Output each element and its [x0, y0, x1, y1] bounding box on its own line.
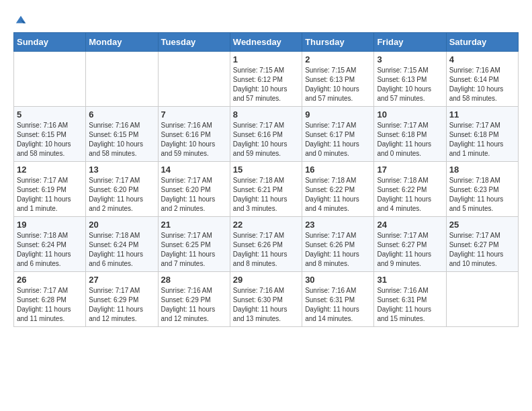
day-number: 22	[233, 220, 299, 230]
week-row-2: 5Sunrise: 7:16 AM Sunset: 6:15 PM Daylig…	[14, 107, 519, 162]
day-cell: 2Sunrise: 7:15 AM Sunset: 6:13 PM Daylig…	[302, 52, 374, 107]
day-info: Sunrise: 7:16 AM Sunset: 6:31 PM Dayligh…	[305, 286, 371, 324]
day-info: Sunrise: 7:18 AM Sunset: 6:24 PM Dayligh…	[17, 231, 83, 269]
day-number: 26	[17, 275, 83, 285]
day-number: 5	[17, 109, 83, 120]
day-number: 18	[449, 165, 515, 175]
day-cell: 23Sunrise: 7:17 AM Sunset: 6:26 PM Dayli…	[302, 217, 374, 272]
day-info: Sunrise: 7:16 AM Sunset: 6:15 PM Dayligh…	[89, 121, 154, 158]
day-info: Sunrise: 7:15 AM Sunset: 6:13 PM Dayligh…	[377, 66, 443, 103]
day-number: 4	[449, 54, 515, 64]
day-number: 9	[305, 109, 371, 120]
day-info: Sunrise: 7:16 AM Sunset: 6:31 PM Dayligh…	[377, 286, 443, 324]
day-cell: 21Sunrise: 7:17 AM Sunset: 6:25 PM Dayli…	[158, 217, 230, 272]
week-row-4: 19Sunrise: 7:18 AM Sunset: 6:24 PM Dayli…	[14, 217, 519, 272]
day-cell	[446, 272, 518, 327]
day-info: Sunrise: 7:18 AM Sunset: 6:23 PM Dayligh…	[449, 176, 515, 214]
day-number: 21	[161, 220, 227, 230]
day-cell: 11Sunrise: 7:17 AM Sunset: 6:18 PM Dayli…	[446, 107, 518, 162]
day-number: 16	[305, 165, 371, 175]
day-cell: 30Sunrise: 7:16 AM Sunset: 6:31 PM Dayli…	[302, 272, 374, 327]
day-number: 27	[89, 275, 154, 285]
day-info: Sunrise: 7:17 AM Sunset: 6:18 PM Dayligh…	[449, 121, 515, 158]
weekday-header-monday: Monday	[86, 33, 158, 52]
logo-icon	[15, 13, 27, 26]
day-cell: 19Sunrise: 7:18 AM Sunset: 6:24 PM Dayli…	[14, 217, 86, 272]
day-cell	[86, 52, 158, 107]
day-info: Sunrise: 7:17 AM Sunset: 6:17 PM Dayligh…	[305, 121, 371, 158]
day-number: 30	[305, 275, 371, 285]
day-cell: 15Sunrise: 7:18 AM Sunset: 6:21 PM Dayli…	[230, 162, 302, 217]
weekday-header-thursday: Thursday	[302, 33, 374, 52]
day-info: Sunrise: 7:17 AM Sunset: 6:29 PM Dayligh…	[89, 286, 154, 324]
day-info: Sunrise: 7:16 AM Sunset: 6:16 PM Dayligh…	[161, 121, 227, 158]
day-number: 25	[449, 220, 515, 230]
day-number: 14	[161, 165, 227, 175]
day-info: Sunrise: 7:17 AM Sunset: 6:26 PM Dayligh…	[233, 231, 299, 269]
day-cell	[158, 52, 230, 107]
day-info: Sunrise: 7:15 AM Sunset: 6:13 PM Dayligh…	[305, 66, 371, 103]
day-cell: 1Sunrise: 7:15 AM Sunset: 6:12 PM Daylig…	[230, 52, 302, 107]
day-number: 11	[449, 109, 515, 120]
day-info: Sunrise: 7:17 AM Sunset: 6:20 PM Dayligh…	[89, 176, 154, 214]
day-cell: 26Sunrise: 7:17 AM Sunset: 6:28 PM Dayli…	[14, 272, 86, 327]
weekday-header-friday: Friday	[374, 33, 446, 52]
day-number: 28	[161, 275, 227, 285]
day-info: Sunrise: 7:17 AM Sunset: 6:19 PM Dayligh…	[17, 176, 83, 214]
day-info: Sunrise: 7:16 AM Sunset: 6:14 PM Dayligh…	[449, 66, 515, 103]
day-cell: 8Sunrise: 7:17 AM Sunset: 6:16 PM Daylig…	[230, 107, 302, 162]
day-number: 10	[377, 109, 443, 120]
day-cell: 28Sunrise: 7:16 AM Sunset: 6:29 PM Dayli…	[158, 272, 230, 327]
day-cell	[14, 52, 86, 107]
day-number: 3	[377, 54, 443, 64]
day-info: Sunrise: 7:17 AM Sunset: 6:25 PM Dayligh…	[161, 231, 227, 269]
day-info: Sunrise: 7:15 AM Sunset: 6:12 PM Dayligh…	[233, 66, 299, 103]
day-info: Sunrise: 7:17 AM Sunset: 6:27 PM Dayligh…	[377, 231, 443, 269]
day-info: Sunrise: 7:16 AM Sunset: 6:30 PM Dayligh…	[233, 286, 299, 324]
day-cell: 31Sunrise: 7:16 AM Sunset: 6:31 PM Dayli…	[374, 272, 446, 327]
weekday-header-wednesday: Wednesday	[230, 33, 302, 52]
day-cell: 17Sunrise: 7:18 AM Sunset: 6:22 PM Dayli…	[374, 162, 446, 217]
day-info: Sunrise: 7:18 AM Sunset: 6:24 PM Dayligh…	[89, 231, 154, 269]
day-info: Sunrise: 7:17 AM Sunset: 6:28 PM Dayligh…	[17, 286, 83, 324]
day-cell: 22Sunrise: 7:17 AM Sunset: 6:26 PM Dayli…	[230, 217, 302, 272]
day-cell: 10Sunrise: 7:17 AM Sunset: 6:18 PM Dayli…	[374, 107, 446, 162]
day-number: 12	[17, 165, 83, 175]
day-number: 19	[17, 220, 83, 230]
day-number: 2	[305, 54, 371, 64]
day-cell: 12Sunrise: 7:17 AM Sunset: 6:19 PM Dayli…	[14, 162, 86, 217]
day-cell: 27Sunrise: 7:17 AM Sunset: 6:29 PM Dayli…	[86, 272, 158, 327]
day-cell: 9Sunrise: 7:17 AM Sunset: 6:17 PM Daylig…	[302, 107, 374, 162]
day-info: Sunrise: 7:17 AM Sunset: 6:16 PM Dayligh…	[233, 121, 299, 158]
day-cell: 5Sunrise: 7:16 AM Sunset: 6:15 PM Daylig…	[14, 107, 86, 162]
day-info: Sunrise: 7:17 AM Sunset: 6:20 PM Dayligh…	[161, 176, 227, 214]
weekday-header-sunday: Sunday	[14, 33, 86, 52]
logo	[13, 13, 27, 26]
day-cell: 18Sunrise: 7:18 AM Sunset: 6:23 PM Dayli…	[446, 162, 518, 217]
day-cell: 29Sunrise: 7:16 AM Sunset: 6:30 PM Dayli…	[230, 272, 302, 327]
weekday-header-tuesday: Tuesday	[158, 33, 230, 52]
day-cell: 20Sunrise: 7:18 AM Sunset: 6:24 PM Dayli…	[86, 217, 158, 272]
day-number: 20	[89, 220, 154, 230]
day-number: 15	[233, 165, 299, 175]
weekday-header-row: SundayMondayTuesdayWednesdayThursdayFrid…	[14, 33, 519, 52]
day-info: Sunrise: 7:18 AM Sunset: 6:22 PM Dayligh…	[305, 176, 371, 214]
day-cell: 16Sunrise: 7:18 AM Sunset: 6:22 PM Dayli…	[302, 162, 374, 217]
day-info: Sunrise: 7:17 AM Sunset: 6:27 PM Dayligh…	[449, 231, 515, 269]
calendar: SundayMondayTuesdayWednesdayThursdayFrid…	[13, 32, 519, 327]
day-number: 17	[377, 165, 443, 175]
day-info: Sunrise: 7:18 AM Sunset: 6:21 PM Dayligh…	[233, 176, 299, 214]
day-cell: 7Sunrise: 7:16 AM Sunset: 6:16 PM Daylig…	[158, 107, 230, 162]
day-number: 13	[89, 165, 154, 175]
day-cell: 24Sunrise: 7:17 AM Sunset: 6:27 PM Dayli…	[374, 217, 446, 272]
day-number: 31	[377, 275, 443, 285]
day-number: 8	[233, 109, 299, 120]
day-number: 6	[89, 109, 154, 120]
day-number: 24	[377, 220, 443, 230]
day-cell: 14Sunrise: 7:17 AM Sunset: 6:20 PM Dayli…	[158, 162, 230, 217]
page-header	[13, 13, 519, 26]
day-number: 23	[305, 220, 371, 230]
weekday-header-saturday: Saturday	[446, 33, 518, 52]
day-info: Sunrise: 7:17 AM Sunset: 6:26 PM Dayligh…	[305, 231, 371, 269]
day-cell: 25Sunrise: 7:17 AM Sunset: 6:27 PM Dayli…	[446, 217, 518, 272]
